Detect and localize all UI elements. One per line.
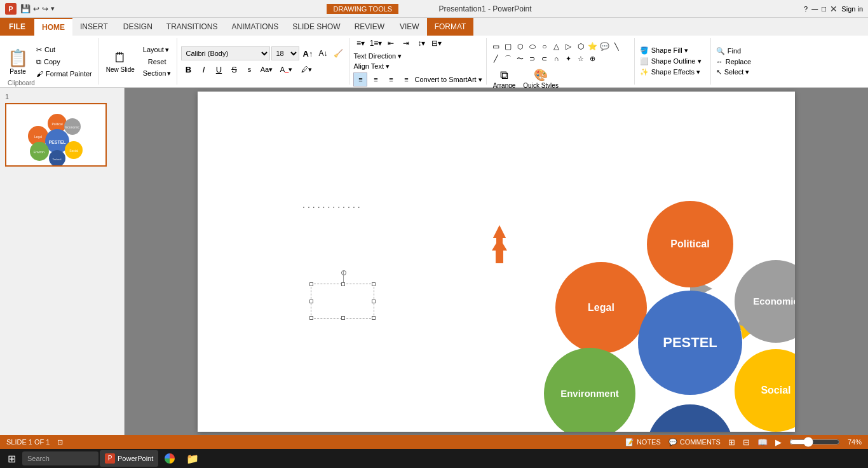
tab-design[interactable]: DESIGN [116,18,160,36]
shape-oval[interactable]: ○ [539,41,550,52]
decrease-font-button[interactable]: A↓ [316,46,330,60]
tab-transitions[interactable]: TRANSITIONS [160,18,224,36]
underline-button[interactable]: U [212,62,226,76]
shape-line2[interactable]: ╱ [491,53,502,64]
redo-button[interactable]: ↪ [42,4,48,13]
minimize-button[interactable]: ─ [811,4,818,14]
zoom-slider[interactable] [789,437,840,447]
align-center-button[interactable]: ≡ [369,72,383,86]
shape-rounded[interactable]: ▢ [503,41,514,52]
section-button[interactable]: Section▾ [141,68,173,79]
font-name-select[interactable]: Calibri (Body) [181,46,270,60]
fit-slide-button[interactable]: ⊡ [57,438,63,446]
shape-curve[interactable]: ⌒ [503,53,514,64]
justify-button[interactable]: ≡ [399,72,413,86]
shape-diamond[interactable]: △ [551,41,562,52]
shape-outline-button[interactable]: ⬜ Shape Outline ▾ [640,57,705,65]
search-bar[interactable]: Search [22,451,98,465]
bullets-button[interactable]: ≡▾ [353,36,367,50]
shape-fill-button[interactable]: 🪣 Shape Fill ▾ [640,46,705,55]
shape-misc2[interactable]: ⊂ [539,53,550,64]
shape-line1[interactable]: ╲ [611,41,623,52]
comments-button[interactable]: 💬 COMMENTS [668,438,721,446]
paste-icon: 📋 [8,48,28,68]
align-right-button[interactable]: ≡ [384,72,398,86]
save-button[interactable]: 💾 [20,4,31,13]
normal-view-button[interactable]: ⊞ [728,437,735,447]
numbering-button[interactable]: 1≡▾ [369,36,383,50]
taskbar-file-explorer[interactable]: 📁 [181,450,204,467]
highlight-button[interactable]: 🖊▾ [297,62,316,76]
tab-format[interactable]: FORMAT [427,18,474,36]
bold-button[interactable]: B [181,62,195,76]
tab-view[interactable]: VIEW [392,18,427,36]
increase-indent-button[interactable]: ⇥ [399,36,413,50]
shape-misc3[interactable]: ∩ [551,53,562,64]
decrease-indent-button[interactable]: ⇤ [384,36,398,50]
change-case-button[interactable]: Aa▾ [257,62,275,76]
shape-more[interactable]: ⊕ [587,53,599,64]
slideshow-button[interactable]: ▶ [775,437,782,447]
notes-button[interactable]: 📝 NOTES [625,438,661,446]
convert-smartart-button[interactable]: Convert to SmartArt ▾ [414,76,482,84]
shape-misc4[interactable]: ✦ [563,53,574,64]
shape-circle[interactable]: ⬭ [527,41,538,52]
arrange-icon: ⧉ [500,69,508,82]
align-left-button[interactable]: ≡ [353,72,367,86]
tab-file[interactable]: FILE [0,18,34,36]
align-text-button[interactable]: Align Text ▾ [353,62,390,71]
help-button[interactable]: ? [804,5,808,13]
find-button[interactable]: 🔍 Find [716,47,757,55]
columns-button[interactable]: ⊟▾ [430,36,444,50]
sign-in[interactable]: Sign in [841,5,863,13]
shape-triangle[interactable]: ▷ [563,41,574,52]
text-direction-button[interactable]: Text Direction ▾ [353,52,402,60]
undo-button[interactable]: ↩ [33,4,39,13]
shape-arrow[interactable]: ⬡ [575,41,587,52]
reading-view-button[interactable]: 📖 [757,437,768,447]
replace-button[interactable]: ↔ Replace [716,58,757,65]
shape-misc1[interactable]: ⊃ [527,53,538,64]
start-button[interactable]: ⊞ [3,453,21,465]
paste-button[interactable]: 📋 Paste [4,46,32,78]
tab-animations[interactable]: ANIMATIONS [224,18,286,36]
arrange-button[interactable]: ⧉ Arrange [491,67,519,90]
shape-callout[interactable]: 💬 [599,41,611,52]
shadow-button[interactable]: s [242,62,256,76]
cut-button[interactable]: ✂ Cut [34,45,94,55]
tab-slideshow[interactable]: SLIDE SHOW [286,18,346,36]
font-size-select[interactable]: 18 [271,46,299,60]
shape-effects-button[interactable]: ✨ Shape Effects ▾ [640,68,705,76]
shape-star[interactable]: ⭐ [587,41,599,52]
copy-button[interactable]: ⧉ Copy [34,57,94,67]
slide-canvas[interactable]: ............ [198,92,795,432]
shape-snip[interactable]: ⬡ [515,41,526,52]
restore-button[interactable]: □ [822,4,826,13]
italic-button[interactable]: I [196,62,210,76]
tab-home[interactable]: HOME [34,18,72,36]
select-button[interactable]: ↖ Select ▾ [716,68,757,76]
clear-format-button[interactable]: 🧹 [331,46,345,60]
shape-freeform[interactable]: 〜 [515,53,526,64]
font-color-button[interactable]: A_▾ [276,62,295,76]
title-center: DRAWING TOOLS Presentation1 - PowerPoint [55,4,804,13]
slide-sorter-button[interactable]: ⊟ [743,437,750,447]
quick-styles-button[interactable]: 🎨 Quick Styles [520,67,561,90]
strikethrough-button[interactable]: S [227,62,241,76]
format-painter-button[interactable]: 🖌 Format Painter [34,69,94,79]
shape-misc5[interactable]: ☆ [575,53,587,64]
find-icon: 🔍 [716,47,725,55]
increase-font-button[interactable]: A↑ [301,46,315,60]
slide-thumbnail[interactable]: PESTEL Political Legal Economic Environ.… [5,103,107,167]
taskbar-chrome[interactable] [159,450,180,467]
line-spacing-button[interactable]: ↕▾ [414,36,428,50]
taskbar-powerpoint[interactable]: P PowerPoint [100,450,158,467]
tab-insert[interactable]: INSERT [72,18,116,36]
layout-button[interactable]: Layout▾ [141,45,173,55]
new-slide-button[interactable]: 🗒 New Slide [102,47,139,76]
tab-review[interactable]: REVIEW [347,18,392,36]
svg-text:Economic: Economic [65,125,79,129]
close-button[interactable]: ✕ [830,4,837,14]
shape-rect[interactable]: ▭ [491,41,502,52]
reset-button[interactable]: Reset [141,57,173,67]
